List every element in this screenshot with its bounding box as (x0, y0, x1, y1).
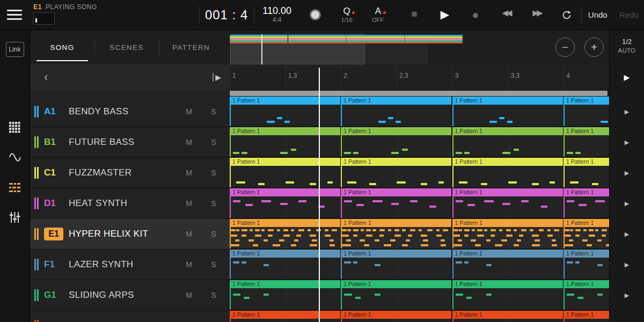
clip[interactable]: 1 Pattern 1 (452, 127, 563, 157)
clip-launch-button[interactable]: ▶ (609, 188, 644, 219)
track-header-h1[interactable]: H1STREET PUNCH KMS (30, 311, 230, 322)
clip-launch-button[interactable]: ▶ (609, 158, 644, 188)
clip-header: 1 Pattern 1 (341, 127, 451, 135)
clip[interactable]: 1 Pattern 1 (564, 219, 609, 248)
loop-button[interactable] (552, 9, 581, 21)
clip-launch-button[interactable]: ▶ (609, 250, 644, 280)
wave-view-icon[interactable] (9, 151, 21, 163)
clip[interactable]: 1 Pattern 1 (341, 158, 451, 187)
track-header-b1[interactable]: B1FUTURE BASSMS (30, 127, 230, 158)
clip[interactable]: 1 Pattern 1 (452, 219, 563, 248)
zoom-out-button[interactable]: − (555, 38, 575, 57)
clip[interactable]: 1 Pattern 1 (452, 280, 563, 310)
undo-button[interactable]: Undo (582, 10, 614, 19)
metronome-button[interactable] (300, 9, 331, 20)
playing-song-indicator[interactable]: E1PLAYING SONG (29, 0, 199, 30)
track-header-g1[interactable]: G1SLIDING ARPSMS (30, 280, 230, 311)
clip[interactable]: 1 Pattern 1 (341, 250, 451, 279)
mixer-view-icon[interactable] (9, 211, 21, 223)
clip[interactable]: 1 Pattern 1 (341, 280, 451, 310)
solo-button[interactable]: S (204, 230, 223, 238)
clip[interactable]: 1 Pattern 1 (341, 188, 451, 218)
clip[interactable]: 1 Pattern 1 (230, 97, 340, 126)
clip-launch-button[interactable]: ▶ (609, 280, 644, 311)
clip-body (564, 227, 609, 248)
clip-header: 1 Pattern 1 (230, 280, 340, 288)
clip[interactable]: 1 Pattern 1 (230, 158, 340, 187)
track-header-d1[interactable]: D1HEAT SYNTHMS (30, 188, 230, 219)
clip[interactable]: 1 Pattern 1 (230, 280, 340, 310)
mute-button[interactable]: M (179, 199, 199, 208)
track-header-c1[interactable]: C1FUZZMASTERMS (30, 158, 230, 188)
clip[interactable]: 1 Pattern 1 (230, 188, 340, 218)
clip[interactable]: 1 Pattern 1 (452, 250, 563, 279)
clip[interactable]: 1 Pattern 1 (452, 311, 563, 322)
clip[interactable]: 1 Pattern 1 (564, 311, 609, 322)
horizontal-scrollbar[interactable] (230, 91, 608, 96)
clip[interactable]: 1 Pattern 1 (452, 97, 563, 126)
clip-launch-button[interactable]: ▶ (609, 127, 644, 158)
clip[interactable]: 1 Pattern 1 (341, 127, 451, 157)
clip[interactable]: 1 Pattern 1 (564, 250, 609, 279)
clip[interactable]: 1 Pattern 1 (564, 280, 609, 310)
track-header-f1[interactable]: F1LAZER SYNTHMS (30, 250, 230, 280)
tab-pattern[interactable]: PATTERN (159, 30, 223, 64)
solo-button[interactable]: S (204, 260, 223, 269)
clip[interactable]: 1 Pattern 1 (452, 158, 563, 187)
clip[interactable]: 1 Pattern 1 (230, 250, 340, 279)
mute-button[interactable]: M (179, 230, 199, 238)
back-chevron-icon[interactable]: ‹ (44, 71, 48, 83)
solo-button[interactable]: S (204, 107, 223, 116)
solo-button[interactable]: S (204, 199, 223, 208)
page-indicator[interactable]: 1/2 AUTO (609, 30, 644, 64)
clip[interactable]: 1 Pattern 1 (341, 97, 451, 126)
track-header-e1[interactable]: E1HYPER HELIX KITMS (30, 219, 230, 250)
clip[interactable]: 1 Pattern 1 (564, 127, 609, 157)
clip[interactable]: 1 Pattern 1 (564, 158, 609, 187)
scene-launch-all-button[interactable]: ▶ (609, 64, 644, 90)
clip-launch-button[interactable]: ▶ (609, 219, 644, 250)
forward-button[interactable]: ▶▶ (521, 8, 552, 22)
follow-playhead-icon[interactable]: ▶ (213, 73, 221, 82)
play-button[interactable]: ▶ (429, 8, 460, 22)
stop-button[interactable]: ■ (399, 8, 429, 22)
clip-header: 1 Pattern 1 (230, 188, 340, 196)
clip[interactable]: 1 Pattern 1 (564, 97, 609, 126)
pads-view-icon[interactable] (9, 121, 21, 133)
zoom-in-button[interactable]: + (584, 38, 604, 57)
rewind-button[interactable]: ◀◀ (491, 8, 521, 22)
clip-header: 1 Pattern 1 (230, 158, 340, 166)
clip[interactable]: 1 Pattern 1 (230, 311, 340, 322)
solo-button[interactable]: S (204, 138, 223, 147)
mute-button[interactable]: M (179, 169, 199, 177)
step-sequencer-view-icon[interactable] (9, 181, 21, 193)
clip[interactable]: 1 Pattern 1 (452, 188, 563, 218)
clip-launch-button[interactable]: ▶ (609, 97, 644, 127)
clip[interactable]: 1 Pattern 1 (230, 127, 340, 157)
automation-control[interactable]: A OFF (362, 6, 393, 23)
solo-button[interactable]: S (204, 169, 223, 177)
ableton-link-button[interactable]: Link (6, 42, 24, 57)
clip[interactable]: 1 Pattern 1 (341, 219, 451, 248)
beat-ruler[interactable]: 11.322.333.34 (230, 64, 609, 90)
clip[interactable]: 1 Pattern 1 (230, 219, 340, 248)
solo-button[interactable]: S (204, 291, 223, 299)
mute-button[interactable]: M (179, 260, 199, 269)
clip-body (230, 105, 340, 126)
tempo-control[interactable]: 110.00 4:4 (254, 5, 299, 24)
redo-button[interactable]: Redo (614, 10, 644, 19)
mute-button[interactable]: M (179, 138, 199, 147)
clip[interactable]: 1 Pattern 1 (564, 188, 609, 218)
track-header-a1[interactable]: A1BENDY BASSMS (30, 97, 230, 127)
tab-song[interactable]: SONG (30, 30, 94, 64)
record-button[interactable]: ● (460, 8, 491, 22)
tab-scenes[interactable]: SCENES (94, 30, 159, 64)
menu-icon[interactable] (0, 10, 29, 20)
song-overview-minimap[interactable] (230, 34, 428, 64)
clip-launch-button[interactable]: ▶ (609, 311, 644, 322)
mute-button[interactable]: M (179, 291, 199, 299)
time-signature: 4:4 (254, 17, 299, 24)
quantize-control[interactable]: Q 1/16 (331, 6, 362, 23)
mute-button[interactable]: M (179, 107, 199, 116)
clip[interactable]: 1 Pattern 1 (341, 311, 451, 322)
